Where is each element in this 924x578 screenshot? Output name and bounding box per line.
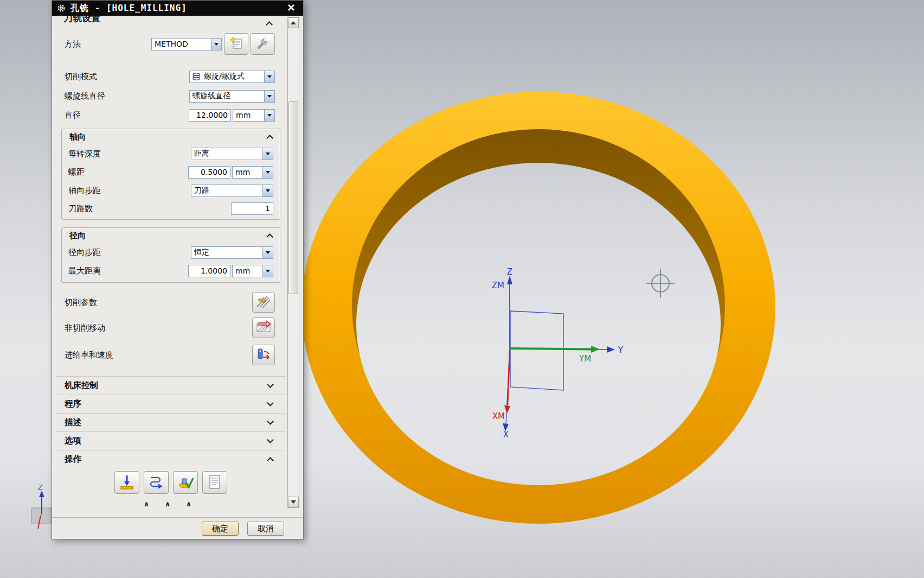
hole-milling-dialog: 孔铣 - [HOLE_MILLING] 刀轨设置 方法 METHOD [52,0,304,539]
method-label: 方法 [65,39,81,49]
dialog-title: 孔铣 - [HOLE_MILLING] [70,3,187,14]
options-label: 选项 [65,435,81,447]
helix-diameter-value: 螺旋线直径 [190,91,264,101]
max-distance-unit-dropdown[interactable]: mm [232,265,273,277]
pitch-label: 螺距 [68,167,85,177]
cut-pattern-label: 切削模式 [65,72,97,82]
chevron-up-icon [266,233,273,240]
generate-toolpath-icon [119,474,135,492]
dropdown-arrow-icon [264,91,274,102]
list-icon [207,474,223,492]
radial-group-header[interactable]: 径向 [62,228,280,243]
depth-per-rev-dropdown[interactable]: 距离 [191,148,273,160]
axial-stepover-dropdown[interactable]: 刀路 [191,185,273,197]
description-label: 描述 [65,417,81,428]
axis-ym-label: YM [579,354,591,364]
diameter-unit-value: mm [233,111,264,119]
diameter-unit-dropdown[interactable]: mm [233,109,275,122]
replay-toolpath-button[interactable] [144,471,169,494]
dropdown-arrow-icon [262,185,273,196]
axis-xm-label: XM [492,411,505,421]
method-dropdown[interactable]: METHOD [151,38,222,50]
depth-per-rev-label: 每转深度 [68,149,101,159]
non-cutting-moves-row: 非切削移动 [56,314,286,341]
list-toolpath-button[interactable] [202,471,227,494]
cut-pattern-dropdown[interactable]: 螺旋/螺旋式 [189,71,275,83]
edit-method-button[interactable] [224,33,248,55]
collapsed-sections: 机床控制 程序 描述 选项 操作 [56,376,286,468]
cutting-params-row: 切削参数 [56,290,286,314]
max-distance-input[interactable] [188,265,230,277]
ring-part[interactable] [301,92,775,524]
max-distance-label: 最大距离 [68,266,101,276]
close-button[interactable] [284,2,299,14]
radial-group: 径向 径向步距 恒定 最大距离 mm [61,227,280,283]
operation-buttons-row [56,468,286,497]
pass-count-label: 刀路数 [68,204,93,214]
scrollbar-up-button[interactable] [288,17,299,28]
dropdown-arrow-icon [264,110,274,121]
method-settings-button[interactable] [251,33,275,55]
max-distance-row: 最大距离 mm [62,262,280,280]
section-description[interactable]: 描述 [56,413,286,431]
scrollbar-down-button[interactable] [288,497,299,507]
verify-icon [177,474,194,492]
ok-button[interactable]: 确定 [202,522,239,536]
axial-group-header[interactable]: 轴向 [62,129,280,144]
coil-icon [190,72,201,81]
triangle-up-icon [291,21,296,24]
verify-toolpath-button[interactable] [173,471,198,494]
toolpath-settings-header[interactable]: 刀轨设置 [56,16,286,29]
pitch-row: 螺距 mm [62,163,280,181]
feeds-speeds-label: 进给率和速度 [65,350,113,360]
section-options[interactable]: 选项 [56,431,286,450]
scrollbar-thumb[interactable] [288,101,298,294]
non-cutting-moves-label: 非切削移动 [65,323,105,333]
method-value: METHOD [152,40,211,48]
radial-stepover-dropdown[interactable]: 恒定 [191,246,273,259]
axis-z-label: Z [507,267,512,277]
cut-pattern-value: 螺旋/螺旋式 [201,72,264,81]
dialog-content: 刀轨设置 方法 METHOD [56,16,286,513]
close-icon [287,3,296,14]
diameter-input[interactable] [189,109,231,122]
cancel-button[interactable]: 取消 [247,522,284,536]
dialog-titlebar[interactable]: 孔铣 - [HOLE_MILLING] [52,1,303,16]
section-operation[interactable]: 操作 [56,450,286,468]
chevron-down-icon [267,418,274,425]
gear-icon [56,3,66,13]
helix-diameter-label: 螺旋线直径 [65,91,105,101]
triad-z-label: Z [38,483,43,491]
radial-stepover-label: 径向步距 [68,247,101,258]
dialog-scrollbar[interactable] [287,17,299,508]
pitch-input[interactable] [188,166,230,179]
feeds-speeds-button[interactable] [252,345,275,365]
pitch-unit-dropdown[interactable]: mm [232,166,273,179]
section-machine-control[interactable]: 机床控制 [56,376,286,395]
dropdown-arrow-icon [262,247,273,258]
pass-count-input[interactable] [231,202,273,215]
dialog-footer: 确定 取消 [52,517,303,539]
non-cutting-moves-button[interactable] [252,317,275,338]
program-label: 程序 [65,398,81,410]
dialog-collapse-handle[interactable]: ∧ ∧ ∧ [56,500,286,513]
diameter-label: 直径 [65,110,81,120]
chevron-up-icon [266,21,273,28]
section-program[interactable]: 程序 [56,395,286,413]
depth-per-rev-row: 每转深度 距离 [62,144,280,163]
helix-diameter-dropdown[interactable]: 螺旋线直径 [189,90,275,103]
app-root: Z ZM Y YM X XM Z [0,0,924,578]
method-row: 方法 METHOD [56,29,286,59]
axial-stepover-row: 轴向步距 刀路 [62,181,280,200]
operation-label: 操作 [65,454,81,465]
generate-toolpath-button[interactable] [114,471,139,494]
wrench-icon [256,36,270,52]
axis-y-label: Y [618,345,624,355]
cut-pattern-row: 切削模式 螺旋/螺旋式 [56,67,286,86]
axis-zm-label: ZM [492,281,504,290]
cutting-params-button[interactable] [252,292,275,313]
toolpath-settings-label: 刀轨设置 [63,16,100,24]
non-cutting-moves-icon [255,320,272,336]
helix-diameter-row: 螺旋线直径 螺旋线直径 [56,86,286,106]
chevron-up-icon [267,457,274,464]
